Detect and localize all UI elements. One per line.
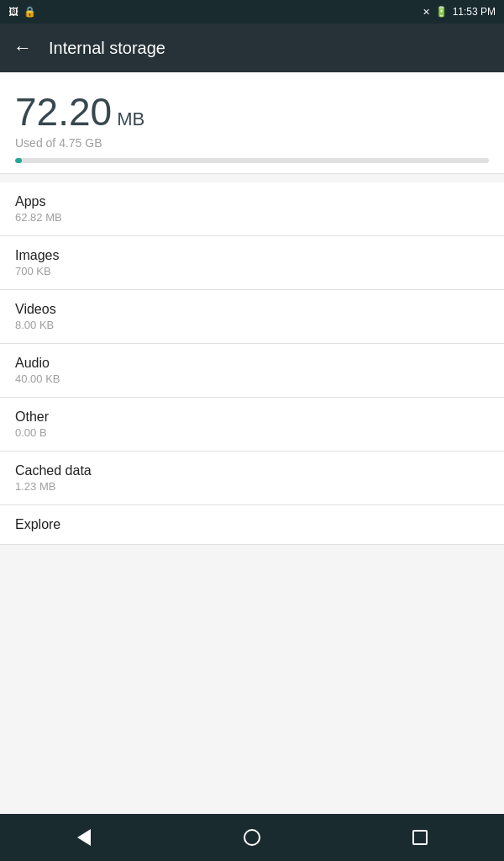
progress-bar-container [15,158,489,163]
bottom-nav [0,814,504,861]
storage-item-audio-name: Audio [15,356,489,371]
nav-recents-button[interactable] [395,821,445,854]
main-content: 72.20 MB Used of 4.75 GB Apps 62.82 MB I… [0,72,504,814]
nav-back-button[interactable] [59,821,109,854]
storage-item-audio-size: 40.00 KB [15,372,489,385]
status-bar: 🖼 🔒 ✕ 🔋 11:53 PM [0,0,504,24]
back-nav-icon [77,829,91,846]
storage-item-apps-name: Apps [15,194,489,209]
storage-item-images-name: Images [15,248,489,263]
storage-items-list: Apps 62.82 MB Images 700 KB Videos 8.00 … [0,182,504,545]
storage-used-number: 72.20 [15,89,112,135]
storage-item-audio[interactable]: Audio 40.00 KB [0,344,504,398]
storage-item-videos-name: Videos [15,302,489,317]
storage-used-main: 72.20 MB [15,89,489,135]
progress-bar-fill [15,158,22,163]
storage-item-videos[interactable]: Videos 8.00 KB [0,290,504,344]
toolbar: ← Internal storage [0,24,504,72]
nav-home-button[interactable] [227,821,277,854]
storage-item-explore[interactable]: Explore [0,505,504,545]
home-nav-icon [244,829,260,846]
lock-icon: 🔒 [24,6,36,18]
battery-icon: 🔋 [435,6,448,18]
storage-item-cached[interactable]: Cached data 1.23 MB [0,452,504,505]
storage-used-unit: MB [117,108,144,130]
storage-item-cached-size: 1.23 MB [15,480,489,493]
signal-off-icon: ✕ [423,7,430,18]
storage-item-images-size: 700 KB [15,265,489,277]
status-bar-right: ✕ 🔋 11:53 PM [423,6,496,18]
storage-item-explore-name: Explore [15,517,489,532]
storage-item-apps-size: 62.82 MB [15,211,489,224]
storage-item-apps[interactable]: Apps 62.82 MB [0,182,504,236]
storage-item-videos-size: 8.00 KB [15,319,489,331]
storage-summary: 72.20 MB Used of 4.75 GB [0,72,504,174]
storage-item-other-size: 0.00 B [15,426,489,439]
status-bar-left: 🖼 🔒 [8,6,36,18]
storage-item-images[interactable]: Images 700 KB [0,236,504,290]
storage-item-other-name: Other [15,409,489,425]
photo-icon: 🖼 [8,6,18,18]
time-display: 11:53 PM [453,6,496,18]
toolbar-title: Internal storage [49,39,165,58]
back-button[interactable]: ← [13,37,32,59]
section-gap [0,174,504,182]
storage-used-sub: Used of 4.75 GB [15,136,489,150]
recents-nav-icon [412,830,428,845]
storage-item-cached-name: Cached data [15,463,489,478]
storage-item-other[interactable]: Other 0.00 B [0,398,504,452]
